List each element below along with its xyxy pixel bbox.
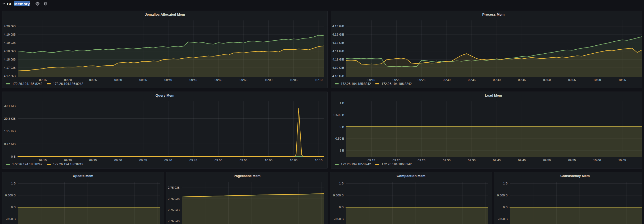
series-fill-yellow (346, 207, 488, 224)
chart-query-mem[interactable]: 39.1 KiB29.3 KiB19.5 KiB9.77 KiB0 B09:15… (2, 99, 328, 162)
y-axis-label: 1 B (503, 182, 508, 185)
x-axis-label: 09:20 (64, 78, 72, 81)
panel-title-query-mem[interactable]: Query Mem (2, 92, 327, 99)
legend-label: 172.26.194.186:8242 (53, 82, 83, 86)
x-axis-label: 09:35 (468, 78, 475, 81)
row-title[interactable]: BE Memory (7, 2, 30, 6)
legend: 172.26.194.185:8242172.26.194.186:8242 (2, 162, 327, 169)
legend-item-green[interactable]: 172.26.194.185:8242 (6, 82, 42, 86)
y-axis-label: -0.50 B (498, 217, 508, 221)
legend-item-yellow[interactable]: 172.26.194.186:8242 (47, 162, 83, 166)
row-header: BE Memory (2, 1, 48, 7)
y-axis-label: 1 B (339, 182, 344, 185)
x-axis-label: 09:30 (443, 159, 451, 162)
y-axis-label: 4.19 GiB (4, 41, 16, 44)
y-axis-label: 4.12 GiB (332, 41, 344, 44)
y-axis-label: 2.75 GiB (168, 208, 180, 212)
legend-item-green[interactable]: 172.26.194.185:8242 (335, 82, 371, 86)
panel-process-mem: Process Mem4.13 GiB4.12 GiB4.12 GiB4.11 … (331, 11, 644, 88)
x-axis-label: 10:00 (265, 78, 272, 81)
x-axis-label: 10:00 (265, 159, 272, 162)
x-axis-label: 09:55 (240, 78, 247, 81)
gear-icon[interactable] (35, 1, 40, 6)
y-axis-label: 0 B (11, 206, 16, 209)
y-axis-label: 2.75 GiB (168, 197, 180, 200)
series-fill-yellow (510, 207, 644, 224)
panel-title-jemalloc-allocated-mem[interactable]: Jemalloc Allocated Mem (2, 11, 327, 18)
legend-item-yellow[interactable]: 172.26.194.186:8242 (375, 82, 411, 86)
chart-process-mem[interactable]: 4.13 GiB4.12 GiB4.12 GiB4.11 GiB4.11 GiB… (331, 18, 644, 82)
panel-title-pagecache-mem[interactable]: Pagecache Mem (166, 172, 328, 179)
series-fill-yellow (18, 108, 324, 157)
y-axis-label: 4.11 GiB (332, 50, 344, 53)
x-axis-label: 09:35 (139, 159, 147, 162)
panel-title-process-mem[interactable]: Process Mem (331, 11, 644, 18)
x-axis-label: 10:05 (618, 78, 626, 81)
x-axis-label: 09:40 (165, 78, 172, 81)
scrollbar[interactable] (642, 0, 644, 224)
y-axis-label: 0 B (503, 206, 508, 209)
x-axis-label: 09:30 (114, 78, 122, 81)
chart-pagecache-mem[interactable]: 2.75 GiB2.75 GiB2.75 GiB2.75 GiB2.75 GiB… (166, 179, 328, 224)
panel-title-compaction-mem[interactable]: Compaction Mem (330, 172, 492, 179)
x-axis-label: 09:35 (139, 78, 147, 81)
legend-swatch-green (335, 164, 339, 165)
panel-title-consistency-mem[interactable]: Consistency Mem (494, 172, 644, 179)
y-axis-label: -0.50 B (6, 217, 16, 221)
x-axis-label: 09:50 (543, 159, 551, 162)
chart-update-mem[interactable]: 1 B0.500 B0 B-0.50 B-1 B09:2009:3009:400… (2, 179, 164, 224)
y-axis-label: 0 B (339, 206, 344, 209)
series-fill-yellow (18, 207, 160, 224)
legend: 172.26.194.185:8242172.26.194.186:8242 (331, 82, 644, 88)
x-axis-label: 09:25 (418, 78, 426, 81)
chevron-down-icon[interactable] (2, 2, 6, 6)
x-axis-label: 09:40 (493, 159, 501, 162)
y-axis-label: 4.10 GiB (332, 75, 344, 78)
legend-item-yellow[interactable]: 172.26.194.186:8242 (375, 162, 411, 166)
x-axis-label: 09:35 (468, 159, 475, 162)
legend-item-yellow[interactable]: 172.26.194.186:8242 (47, 82, 83, 86)
x-axis-label: 09:55 (568, 159, 576, 162)
y-axis-label: 19.5 KiB (4, 130, 16, 133)
row-title-unselected: BE (7, 2, 14, 6)
y-axis-label: 4.17 GiB (4, 66, 16, 69)
x-axis-label: 10:00 (593, 159, 601, 162)
series-fill-yellow (182, 194, 324, 224)
panel-title-load-mem[interactable]: Load Mem (331, 92, 644, 99)
chart-jemalloc-allocated-mem[interactable]: 4.20 GiB4.19 GiB4.19 GiB4.18 GiB4.18 GiB… (2, 18, 328, 82)
x-axis-label: 09:45 (518, 78, 526, 81)
legend-label: 172.26.194.185:8242 (341, 162, 371, 166)
chart-compaction-mem[interactable]: 1 B0.500 B0 B-0.50 B-1 B09:2009:3009:400… (330, 179, 492, 224)
y-axis-label: 4.12 GiB (332, 33, 344, 36)
x-axis-label: 09:45 (190, 159, 197, 162)
legend-item-green[interactable]: 172.26.194.185:8242 (335, 162, 371, 166)
y-axis-label: -0.50 B (334, 137, 344, 140)
panel-update-mem: Update Mem1 B0.500 B0 B-0.50 B-1 B09:200… (2, 172, 164, 224)
y-axis-label: 0 B (340, 125, 344, 128)
y-axis-label: 4.17 GiB (4, 75, 16, 78)
chart-consistency-mem[interactable]: 1 B0.500 B0 B-0.50 B-1 B09:2009:3009:400… (494, 179, 644, 224)
panel-title-update-mem[interactable]: Update Mem (2, 172, 164, 179)
y-axis-label: 4.10 GiB (332, 66, 344, 69)
x-axis-label: 10:05 (290, 78, 297, 81)
x-axis-label: 09:40 (165, 159, 172, 162)
series-fill-yellow (346, 127, 644, 157)
y-axis-label: 0.500 B (5, 194, 16, 197)
legend-item-green[interactable]: 172.26.194.185:8242 (6, 162, 42, 166)
legend-swatch-green (6, 164, 10, 165)
y-axis-label: 4.18 GiB (4, 58, 16, 61)
trash-icon[interactable] (43, 1, 48, 6)
y-axis-label: 1 B (340, 101, 344, 105)
x-axis-label: 10:10 (315, 78, 323, 81)
y-axis-label: 29.3 KiB (4, 117, 16, 120)
legend-label: 172.26.194.185:8242 (12, 82, 42, 86)
x-axis-label: 09:25 (89, 78, 97, 81)
legend: 172.26.194.185:8242172.26.194.186:8242 (2, 82, 327, 88)
x-axis-label: 09:45 (518, 159, 526, 162)
legend-swatch-yellow (375, 83, 379, 84)
chart-load-mem[interactable]: 1 B0.500 B0 B-0.50 B-1 B09:1509:2009:250… (331, 99, 644, 162)
x-axis-label: 09:55 (240, 159, 247, 162)
y-axis-label: -1 B (339, 149, 344, 152)
legend-label: 172.26.194.186:8242 (381, 162, 411, 166)
y-axis-label: 9.77 KiB (4, 142, 16, 145)
